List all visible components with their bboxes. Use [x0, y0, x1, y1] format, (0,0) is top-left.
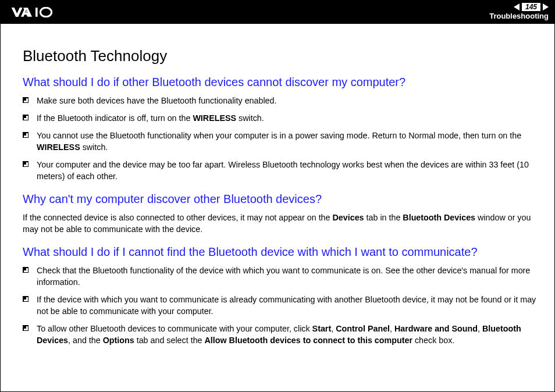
bullet-icon: [23, 97, 29, 103]
bullet-icon: [23, 161, 29, 167]
header-right: 145 Troubleshooting: [489, 3, 549, 22]
q1-list: Make sure both devices have the Bluetoot…: [23, 95, 538, 182]
page-header: 145 Troubleshooting: [1, 1, 554, 24]
bullet-icon: [23, 296, 29, 302]
list-item: If the device with which you want to com…: [23, 294, 538, 317]
bullet-icon: [23, 325, 29, 331]
q3-list: Check that the Bluetooth functionality o…: [23, 265, 538, 346]
list-item: To allow other Bluetooth devices to comm…: [23, 323, 538, 346]
next-page-icon[interactable]: [543, 3, 549, 10]
list-item: Make sure both devices have the Bluetoot…: [23, 95, 538, 106]
question-3: What should I do if I cannot find the Bl…: [23, 245, 538, 259]
content: Bluetooth Technology What should I do if…: [1, 24, 554, 346]
list-item: If the Bluetooth indicator is off, turn …: [23, 112, 538, 124]
list-item: You cannot use the Bluetooth functionali…: [23, 130, 538, 153]
vaio-logo: [10, 7, 68, 17]
page-number: 145: [522, 3, 540, 11]
page-nav: 145: [489, 3, 549, 11]
list-item: Your computer and the device may be too …: [23, 159, 538, 182]
item-text: You cannot use the Bluetooth functionali…: [37, 130, 538, 153]
bullet-icon: [23, 132, 29, 138]
bullet-icon: [23, 267, 29, 273]
item-text: Your computer and the device may be too …: [37, 159, 538, 182]
svg-rect-0: [35, 8, 38, 17]
item-text: Check that the Bluetooth functionality o…: [37, 265, 538, 288]
svg-point-1: [40, 8, 51, 17]
section-label: Troubleshooting: [489, 11, 549, 22]
bullet-icon: [23, 115, 29, 120]
item-text: To allow other Bluetooth devices to comm…: [37, 323, 538, 346]
question-2: Why can't my computer discover other Blu…: [23, 193, 538, 206]
item-text: If the Bluetooth indicator is off, turn …: [37, 112, 264, 124]
page-title: Bluetooth Technology: [23, 47, 538, 65]
q2-para: If the connected device is also connecte…: [23, 212, 538, 235]
question-1: What should I do if other Bluetooth devi…: [23, 76, 538, 89]
item-text: Make sure both devices have the Bluetoot…: [37, 95, 277, 106]
item-text: If the device with which you want to com…: [37, 294, 538, 317]
prev-page-icon[interactable]: [514, 3, 520, 10]
list-item: Check that the Bluetooth functionality o…: [23, 265, 538, 288]
